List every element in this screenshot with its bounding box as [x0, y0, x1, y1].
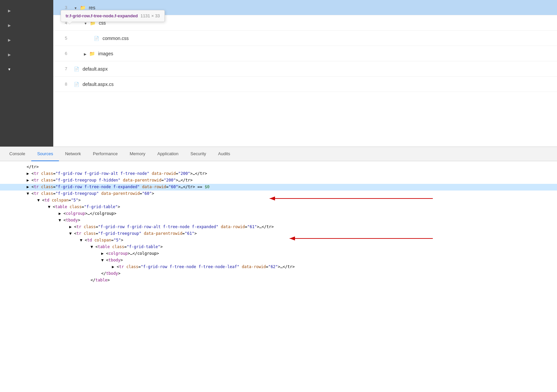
source-line-8[interactable]: ▶ <colgroup>…</colgroup> — [0, 210, 557, 217]
tab-application[interactable]: Application — [151, 147, 184, 161]
tooltip-selector: tr.f-grid-row.f-tree-node.f-expanded — [66, 13, 138, 18]
left-sidebar: ▶ ▶ ▶ ▶ ▼ — [0, 0, 53, 147]
tree-row-default-aspx-cs[interactable]: 8 📄 default.aspx.cs — [53, 77, 557, 92]
source-line-10[interactable]: ▶ <tr class="f-grid-row f-grid-row-alt f… — [0, 224, 557, 230]
source-line-13[interactable]: ▼ <table class="f-grid-table"> — [0, 244, 557, 250]
source-line-5[interactable]: ▼ <tr class="f-grid-treegroup" data-pare… — [0, 191, 557, 197]
devtools-tabs-bar: Console Sources Network Performance Memo… — [0, 147, 557, 161]
expand-arrow-res[interactable]: ▼ — [74, 6, 77, 10]
tab-sources[interactable]: Sources — [31, 147, 59, 161]
file-icon-default-aspx: 📄 — [74, 67, 79, 72]
tree-item-name-default-aspx: default.aspx — [83, 66, 108, 72]
source-line-16[interactable]: ▶ <tr class="f-grid-row f-tree-node f-tr… — [0, 264, 557, 270]
tree-row-default-aspx[interactable]: 7 📄 default.aspx — [53, 61, 557, 77]
tab-audits[interactable]: Audits — [212, 147, 236, 161]
source-line-18: </table> — [0, 277, 557, 284]
element-tooltip: tr.f-grid-row.f-tree-node.f-expanded1131… — [61, 10, 165, 22]
tree-item-name-res: res — [89, 5, 95, 10]
folder-icon-images: 📁 — [89, 51, 95, 56]
tree-item-name-images: images — [98, 51, 113, 56]
tree-item-name-default-aspx-cs: default.aspx.cs — [83, 82, 114, 87]
source-line-17: </tbody> — [0, 270, 557, 277]
source-line-6[interactable]: ▼ <td colspan="5"> — [0, 197, 557, 204]
source-line-14[interactable]: ▶ <colgroup>…</colgroup> — [0, 250, 557, 257]
source-line-12[interactable]: ▼ <td colspan="5"> — [0, 237, 557, 244]
source-line-7[interactable]: ▼ <table class="f-grid-table"> — [0, 204, 557, 210]
tab-security[interactable]: Security — [184, 147, 212, 161]
source-line-11[interactable]: ▼ <tr class="f-grid-treegroup" data-pare… — [0, 230, 557, 237]
row-number-7: 7 — [57, 66, 67, 71]
tree-item-name-common-css: common.css — [103, 36, 129, 41]
sidebar-arrow-4[interactable]: ▶ — [3, 47, 16, 62]
source-line-2[interactable]: ▶ <tr class="f-grid-row f-grid-row-alt f… — [0, 171, 557, 177]
row-number-8: 8 — [57, 82, 67, 87]
tree-row-common-css[interactable]: 5 📄 common.css — [53, 31, 557, 46]
file-icon-common-css: 📄 — [94, 36, 99, 41]
sidebar-arrow-2[interactable]: ▶ — [3, 18, 16, 33]
row-number-5: 5 — [57, 36, 67, 41]
sidebar-arrow-1[interactable]: ▶ — [3, 3, 16, 18]
source-code-panel: </tr> ▶ <tr class="f-grid-row f-grid-row… — [0, 161, 557, 392]
source-line-4-selected[interactable]: ▶ <tr class="f-grid-row f-tree-node f-ex… — [0, 184, 557, 191]
sidebar-arrow-3[interactable]: ▶ — [3, 33, 16, 47]
tab-memory[interactable]: Memory — [124, 147, 151, 161]
folder-icon-res: 📁 — [80, 5, 86, 10]
sidebar-arrow-5[interactable]: ▼ — [3, 62, 16, 77]
tooltip-dimensions: 1131 × 33 — [140, 13, 160, 18]
tree-row-images[interactable]: 6 ▶ 📁 images — [53, 46, 557, 61]
source-line-3[interactable]: ▶ <tr class="f-grid-treegroup f-hidden" … — [0, 177, 557, 184]
row-number-6: 6 — [57, 51, 67, 56]
tab-performance[interactable]: Performance — [87, 147, 124, 161]
source-line-15[interactable]: ▼ <tbody> — [0, 257, 557, 264]
expand-arrow-images[interactable]: ▶ — [84, 52, 87, 56]
source-line-1: </tr> — [0, 164, 557, 171]
tab-console[interactable]: Console — [3, 147, 31, 161]
source-line-9[interactable]: ▼ <tbody> — [0, 217, 557, 224]
expand-arrow-css[interactable]: ▼ — [84, 22, 87, 25]
file-icon-default-aspx-cs: 📄 — [74, 82, 79, 87]
row-number-3: 3 — [57, 5, 67, 10]
tab-network[interactable]: Network — [59, 147, 87, 161]
